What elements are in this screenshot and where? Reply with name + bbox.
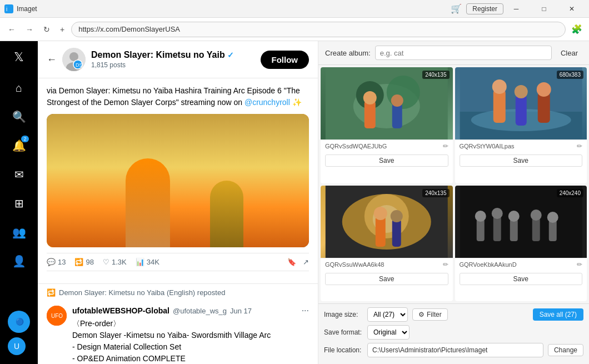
like-button[interactable]: ♡ 1.3K (103, 258, 127, 266)
image-footer-2: GQRvStYW0AILpas ✏ (455, 139, 587, 152)
url-input[interactable] (71, 22, 566, 37)
svg-point-33 (374, 207, 387, 220)
edit-icon-2[interactable]: ✏ (577, 142, 582, 150)
communities-icon: 👥 (12, 226, 26, 239)
app-title: Imaget (17, 5, 451, 13)
bookmark-icon: 🔖 (287, 258, 296, 266)
comment-button[interactable]: 💬 13 (47, 258, 66, 266)
image-size-badge-3: 240x135 (422, 189, 449, 197)
profile-name: Demon Slayer: Kimetsu no Yaib ✓ (91, 50, 255, 60)
edit-icon-3[interactable]: ✏ (443, 261, 448, 268)
imaget-extension-button[interactable]: 🔵 (8, 311, 30, 333)
profile-posts: 1,815 posts (91, 61, 255, 69)
save-button-1[interactable]: Save (325, 154, 448, 167)
image-size-row: Image size: All (27) ⚙ Filter Save all (… (324, 307, 583, 322)
edit-icon-1[interactable]: ✏ (443, 142, 448, 150)
svg-rect-26 (537, 92, 550, 123)
share-button[interactable]: ↗ (303, 258, 309, 266)
minimize-button[interactable]: ─ (503, 0, 529, 18)
filter-button[interactable]: ⚙ Filter (412, 308, 448, 321)
image-name-2: GQRvStYW0AILpas (460, 143, 515, 149)
svg-text:UFO: UFO (51, 313, 63, 319)
refresh-button[interactable]: ↻ (40, 23, 53, 36)
new-tab-button[interactable]: + (57, 23, 68, 36)
album-input[interactable] (375, 46, 552, 60)
album-label: Create album: (325, 49, 371, 57)
heart-icon: ♡ (103, 258, 109, 266)
repost-date: Jun 17 (230, 307, 252, 315)
sidebar-item-communities[interactable]: 👥 (6, 219, 32, 246)
mail-icon: ✉ (14, 168, 24, 181)
image-thumb-2: 680x383 (455, 67, 587, 139)
change-location-button[interactable]: Change (548, 344, 583, 356)
repost-more-button[interactable]: ··· (302, 306, 309, 316)
repost-handle: @ufotable_ws_g (173, 307, 227, 315)
svg-rect-15 (365, 101, 376, 128)
views-button[interactable]: 📊 34K (136, 258, 159, 266)
svg-point-46 (547, 212, 558, 223)
forward-button[interactable]: → (22, 23, 37, 36)
comment-icon: 💬 (47, 258, 56, 266)
file-location-input[interactable] (367, 343, 543, 357)
follow-button[interactable]: Follow (261, 51, 310, 69)
address-bar: ← → ↻ + 🧩 (0, 18, 589, 41)
clear-button[interactable]: Clear (556, 48, 582, 58)
sidebar-bottom: 🔵 U (8, 311, 30, 360)
image-name-1: GQRvSsdWQAEJUbG (325, 143, 387, 149)
sidebar-item-messages[interactable]: ✉ (6, 161, 32, 188)
retweet-button[interactable]: 🔁 98 (74, 258, 93, 266)
sidebar-item-profile[interactable]: 👤 (6, 248, 32, 275)
image-size-badge-4: 240x240 (557, 189, 583, 197)
image-size-label: Image size: (324, 311, 363, 318)
profile-icon: 👤 (12, 255, 26, 268)
save-all-button[interactable]: Save all (27) (533, 308, 583, 321)
sidebar-item-search[interactable]: 🔍 (6, 103, 32, 130)
back-button[interactable]: ← (4, 23, 19, 36)
action-separator: 🔖 ↗ (287, 258, 309, 266)
svg-text:DS: DS (76, 62, 83, 68)
bookmark-button[interactable]: 🔖 (287, 258, 296, 266)
back-to-feed-button[interactable]: ← (47, 54, 57, 66)
app-icon: i (4, 4, 13, 13)
crunchyroll-link[interactable]: @crunchyroll (244, 98, 290, 107)
repost-icon: 🔁 (47, 288, 56, 297)
filter-icon: ⚙ (418, 311, 425, 318)
titlebar: i Imaget 🛒 Register ─ □ ✕ (0, 0, 589, 18)
save-button-3[interactable]: Save (325, 273, 448, 285)
sidebar-item-bookmarks[interactable]: ⊞ (6, 190, 32, 217)
home-icon: ⌂ (16, 82, 22, 94)
window-controls: ─ □ ✕ (503, 0, 585, 18)
extensions-button[interactable]: 🧩 (569, 22, 585, 37)
verified-badge: ✓ (227, 51, 234, 59)
register-button[interactable]: Register (466, 3, 503, 14)
sidebar-item-notifications[interactable]: 🔔 2 (6, 132, 32, 159)
save-format-row: Save format: Original (324, 325, 583, 340)
image-name-3: GQRvSsuWwAA6k48 (325, 261, 384, 268)
maximize-button[interactable]: □ (531, 0, 557, 18)
image-size-select[interactable]: All (27) (367, 307, 408, 322)
close-button[interactable]: ✕ (559, 0, 585, 18)
save-button-2[interactable]: Save (460, 154, 583, 167)
save-format-select[interactable]: Original (367, 325, 410, 340)
repost-text: 〈Pre-order〉 Demon Slayer -Kimetsu no Yai… (72, 318, 309, 364)
file-location-label: File location: (324, 346, 363, 354)
image-card-1: 240x135 GQRvSsdWQAEJUbG ✏ Save (321, 67, 453, 183)
svg-rect-45 (548, 220, 556, 241)
image-footer-4: GQRVoeKbkAAkunD ✏ (455, 258, 587, 271)
retweet-icon: 🔁 (74, 258, 83, 266)
repost-avatar: UFO (47, 306, 67, 326)
tweet-actions: 💬 13 🔁 98 ♡ 1.3K 📊 34K 🔖 (47, 253, 309, 271)
edit-icon-4[interactable]: ✏ (577, 261, 582, 268)
image-grid: 240x135 GQRvSsdWQAEJUbG ✏ Save (318, 65, 589, 303)
svg-text:🔵: 🔵 (16, 317, 24, 326)
image-size-badge-1: 240x135 (422, 71, 449, 79)
cart-button[interactable]: 🛒 (451, 3, 462, 14)
bottom-controls: Image size: All (27) ⚙ Filter Save all (… (318, 303, 589, 364)
save-button-4[interactable]: Save (460, 273, 583, 285)
share-icon: ↗ (303, 258, 309, 266)
anime-char1 (126, 158, 170, 247)
anime-scene-image (47, 114, 309, 247)
user-avatar[interactable]: U (8, 337, 26, 355)
sidebar-item-home[interactable]: ⌂ (6, 74, 32, 101)
image-card-3: 240x135 GQRvSsuWwAA6k48 ✏ Save (321, 186, 453, 302)
